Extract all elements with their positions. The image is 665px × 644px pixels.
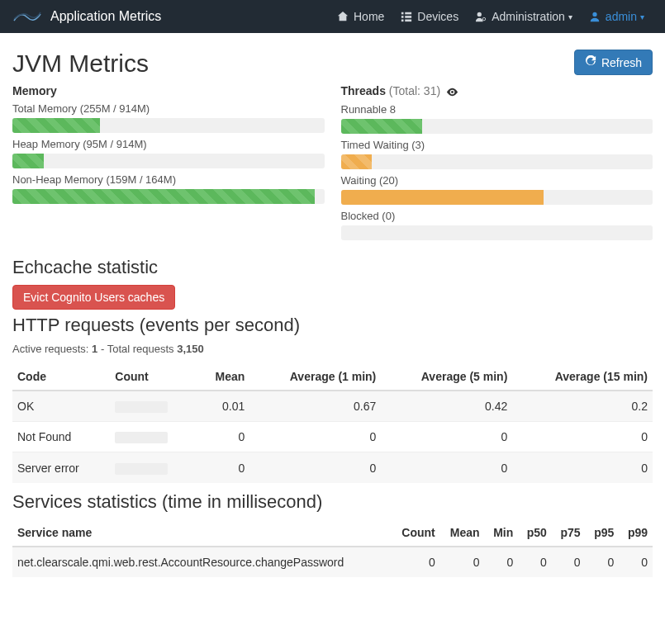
http-count (110, 391, 196, 422)
refresh-label: Refresh (601, 56, 642, 69)
list-icon (401, 11, 412, 22)
brand-logo (12, 9, 42, 24)
http-code: Server error (12, 452, 110, 483)
http-code: Not Found (12, 422, 110, 452)
svg-rect-0 (401, 12, 404, 15)
svc-th-count: Count (392, 519, 440, 547)
navbar: Application Metrics Home Devices Adminis… (0, 0, 665, 33)
svc-count: 0 (392, 547, 440, 577)
svc-th-p50: p50 (518, 519, 552, 547)
http-avg15: 0 (512, 452, 653, 483)
http-count (110, 452, 196, 483)
http-row: Server error0000 (12, 452, 653, 483)
refresh-icon (585, 55, 596, 69)
memory-nonheap-bar (12, 189, 315, 204)
http-th-count: Count (110, 363, 196, 391)
memory-heading: Memory (12, 84, 325, 97)
svc-th-p75: p75 (552, 519, 586, 547)
http-avg15: 0.2 (512, 391, 653, 422)
svc-p50: 0 (518, 547, 552, 577)
threads-blocked-progress (341, 225, 653, 240)
svc-th-name: Service name (12, 519, 392, 547)
http-avg1: 0 (249, 452, 381, 483)
refresh-button[interactable]: Refresh (574, 50, 653, 75)
threads-column: Threads (Total: 31) Runnable 8 Timed Wai… (341, 84, 653, 240)
evict-cache-button[interactable]: Evict Cognito Users caches (12, 285, 175, 310)
svc-p75: 0 (552, 547, 586, 577)
memory-nonheap-progress (12, 189, 325, 204)
memory-heap-progress (12, 154, 325, 168)
user-icon (589, 11, 601, 22)
http-th-avg1: Average (1 min) (249, 363, 381, 391)
services-heading: Services statistics (time in millisecond… (12, 491, 653, 513)
http-avg5: 0 (381, 452, 512, 483)
ehcache-heading: Echcache statistic (12, 257, 653, 278)
threads-timed-label: Timed Waiting (3) (341, 139, 653, 151)
http-th-avg15: Average (15 min) (512, 363, 653, 391)
svg-point-7 (482, 17, 486, 21)
svg-point-6 (477, 12, 482, 17)
page-title: JVM Metrics (12, 50, 149, 78)
service-row: net.clearscale.qmi.web.rest.AccountResou… (12, 547, 653, 577)
svg-rect-4 (401, 20, 404, 22)
memory-column: Memory Total Memory (255M / 914M) Heap M… (12, 84, 325, 240)
services-table: Service name Count Mean Min p50 p75 p95 … (12, 519, 653, 577)
threads-timed-bar (341, 154, 373, 169)
http-th-code: Code (12, 363, 110, 391)
nav-user[interactable]: admin ▾ (581, 10, 653, 23)
nav-devices-label: Devices (417, 10, 458, 23)
svc-name: net.clearscale.qmi.web.rest.AccountResou… (12, 547, 392, 577)
http-avg5: 0 (381, 422, 512, 452)
nav-admin-label: Administration (492, 10, 565, 23)
threads-waiting-bar (341, 190, 544, 205)
svg-rect-3 (406, 16, 412, 18)
svc-min: 0 (485, 547, 519, 577)
svg-rect-5 (406, 20, 412, 22)
http-mean: 0 (196, 452, 249, 483)
memory-total-label: Total Memory (255M / 914M) (12, 102, 325, 115)
svc-th-min: Min (485, 519, 519, 547)
user-cog-icon (475, 11, 487, 22)
http-th-mean: Mean (196, 363, 249, 391)
http-avg1: 0.67 (249, 391, 381, 422)
http-mean: 0 (196, 422, 249, 452)
svc-mean: 0 (440, 547, 485, 577)
threads-blocked-label: Blocked (0) (341, 210, 653, 222)
caret-down-icon: ▾ (640, 12, 644, 21)
memory-nonheap-label: Non-Heap Memory (159M / 164M) (12, 173, 325, 186)
memory-heap-bar (12, 154, 44, 168)
http-row: Not Found0000 (12, 422, 653, 452)
threads-runnable-label: Runnable 8 (341, 103, 653, 116)
http-avg5: 0.42 (381, 391, 512, 422)
http-row: OK0.010.670.420.2 (12, 391, 653, 422)
threads-waiting-label: Waiting (20) (341, 174, 653, 187)
nav-home-label: Home (354, 10, 384, 23)
nav-home[interactable]: Home (329, 10, 392, 23)
http-subtext: Active requests: 1 - Total requests 3,15… (12, 343, 653, 355)
threads-runnable-progress (341, 119, 653, 134)
http-avg15: 0 (512, 422, 653, 452)
http-th-avg5: Average (5 min) (381, 363, 512, 391)
memory-total-bar (12, 118, 100, 133)
caret-down-icon: ▾ (568, 12, 572, 21)
home-icon (337, 11, 349, 22)
svg-rect-1 (406, 12, 412, 15)
http-table: Code Count Mean Average (1 min) Average … (12, 363, 653, 483)
svc-p99: 0 (619, 547, 653, 577)
svg-rect-2 (401, 16, 404, 18)
threads-heading: Threads (Total: 31) (341, 84, 653, 98)
brand-title: Application Metrics (50, 9, 161, 24)
threads-waiting-progress (341, 190, 653, 205)
nav-administration[interactable]: Administration ▾ (467, 10, 581, 23)
svc-th-p95: p95 (586, 519, 620, 547)
http-count (110, 422, 196, 452)
http-avg1: 0 (249, 422, 381, 452)
http-mean: 0.01 (196, 391, 249, 422)
nav-devices[interactable]: Devices (392, 10, 467, 23)
eye-icon[interactable] (446, 86, 458, 98)
nav-user-label: admin (606, 10, 637, 23)
memory-heap-label: Heap Memory (95M / 914M) (12, 138, 325, 150)
threads-runnable-bar (341, 119, 422, 134)
http-code: OK (12, 391, 110, 422)
threads-timed-progress (341, 154, 653, 169)
